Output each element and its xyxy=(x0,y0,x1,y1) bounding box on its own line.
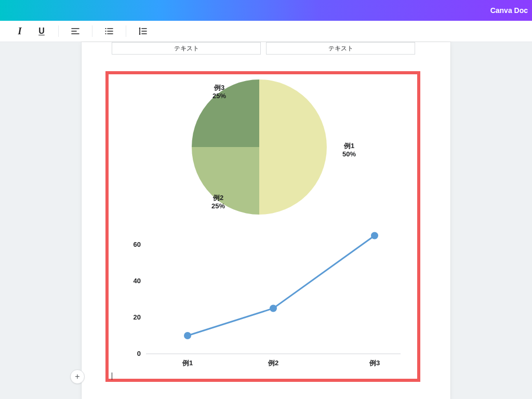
y-tick: 40 xyxy=(134,277,141,285)
svg-marker-14 xyxy=(139,34,140,35)
list-icon xyxy=(104,26,114,36)
y-tick: 0 xyxy=(137,350,141,357)
line-chart[interactable]: 0 20 40 60 例1 例2 例3 xyxy=(120,224,406,375)
data-point xyxy=(270,305,277,312)
data-point xyxy=(371,232,378,240)
pie-slice-label: 例2 25% xyxy=(211,194,225,211)
text-template-right[interactable]: テキスト xyxy=(266,42,415,55)
svg-point-7 xyxy=(105,31,106,32)
x-tick: 例1 xyxy=(182,359,193,367)
pie-chart[interactable]: 例1 50% 例2 25% 例3 25% xyxy=(192,79,327,215)
svg-marker-13 xyxy=(139,28,140,29)
pie-slice-pct: 25% xyxy=(211,202,225,210)
document-page[interactable]: テキスト テキスト 例1 50% 例2 25% 例3 xyxy=(82,42,450,399)
toolbar-separator xyxy=(126,25,126,37)
list-button[interactable] xyxy=(104,26,114,36)
line-spacing-icon xyxy=(138,26,148,36)
line-chart-svg: 0 20 40 60 例1 例2 例3 xyxy=(120,224,406,375)
pie-slice-pct: 25% xyxy=(212,92,226,100)
text-template-label: テキスト xyxy=(174,44,199,53)
x-tick: 例2 xyxy=(268,359,278,367)
y-tick: 60 xyxy=(134,241,141,248)
align-left-icon xyxy=(71,26,80,36)
app-header: Canva Doc xyxy=(0,0,532,21)
text-template-label: テキスト xyxy=(328,44,353,53)
add-element-button[interactable]: + xyxy=(70,369,85,384)
pie-slice-label: 例3 25% xyxy=(212,84,226,101)
line-spacing-button[interactable] xyxy=(138,26,148,36)
y-tick: 20 xyxy=(134,313,141,321)
line-series xyxy=(188,236,375,336)
toolbar-separator xyxy=(92,25,92,37)
app-title: Canva Doc xyxy=(490,6,528,15)
pie-slice-label: 例1 50% xyxy=(342,142,356,159)
pie-slice-name: 例3 xyxy=(214,84,224,91)
svg-point-6 xyxy=(105,28,106,29)
template-row: テキスト テキスト xyxy=(112,42,415,55)
formatting-toolbar: I U xyxy=(0,21,532,42)
selected-chart-block[interactable]: 例1 50% 例2 25% 例3 25% 0 20 xyxy=(105,71,420,382)
plus-icon: + xyxy=(75,372,79,381)
pie-slice-pct: 50% xyxy=(342,150,356,158)
workspace: テキスト テキスト 例1 50% 例2 25% 例3 xyxy=(0,42,532,399)
underline-button[interactable]: U xyxy=(36,26,47,36)
pie-slice-name: 例2 xyxy=(213,194,223,202)
text-template-left[interactable]: テキスト xyxy=(112,42,261,55)
svg-point-8 xyxy=(105,33,106,34)
text-caret xyxy=(112,373,112,380)
pie-slice-name: 例1 xyxy=(344,142,354,150)
toolbar-separator xyxy=(58,25,59,37)
italic-button[interactable]: I xyxy=(15,26,25,36)
x-tick: 例3 xyxy=(369,359,380,367)
data-point xyxy=(184,332,191,339)
align-left-button[interactable] xyxy=(70,26,81,36)
